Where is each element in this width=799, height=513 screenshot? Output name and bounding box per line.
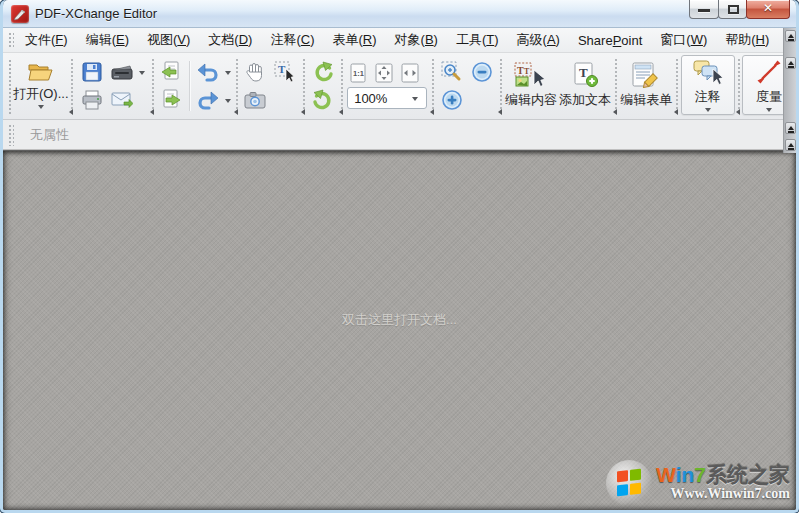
add-text-button[interactable]: T 添加文本: [558, 55, 612, 115]
edit-content-button[interactable]: TT 编辑内容: [504, 55, 558, 115]
menu-comments[interactable]: 注释(C): [261, 28, 323, 52]
zoom-level-combobox[interactable]: 100%: [347, 87, 427, 109]
zoom-tools-group: [437, 55, 497, 117]
chevron-down-icon: [38, 105, 44, 109]
toolbar-divider: [189, 61, 190, 111]
undo-icon: [197, 62, 219, 82]
zoom-out-button[interactable]: [467, 58, 497, 86]
scan-button[interactable]: [107, 58, 137, 86]
menu-label: ): [310, 32, 314, 47]
menu-label: 对象(: [395, 32, 425, 47]
previous-view-button[interactable]: [156, 58, 186, 86]
menu-edit[interactable]: 编辑(E): [77, 28, 138, 52]
toolbar-overflow-button[interactable]: [785, 122, 796, 134]
edit-content-icon: TT: [514, 62, 548, 88]
open-button[interactable]: 打开(O)...: [14, 55, 68, 115]
zoom-marquee-button[interactable]: [437, 58, 467, 86]
undo-dropdown-icon[interactable]: [225, 71, 231, 75]
menubar: 文件(F) 编辑(E) 视图(V) 文档(D) 注释(C) 表单(R) 对象(B…: [3, 28, 796, 53]
hand-tool-button[interactable]: [240, 58, 270, 86]
menu-label: 高级(: [517, 32, 547, 47]
open-document-hint[interactable]: 双击这里打开文档...: [342, 311, 457, 329]
svg-text:T: T: [524, 67, 530, 76]
menubar-overflow-button[interactable]: [785, 30, 796, 42]
menu-form[interactable]: 表单(R): [324, 28, 386, 52]
save-button[interactable]: [77, 58, 107, 86]
menu-label: ): [63, 32, 67, 47]
toolbar-overflow-button[interactable]: [785, 57, 796, 69]
fit-width-icon: [400, 63, 420, 83]
fit-page-icon: [374, 63, 394, 83]
propsbar-overflow-button[interactable]: [785, 139, 796, 151]
select-text-icon: T: [274, 61, 296, 83]
redo-dropdown-icon[interactable]: [225, 99, 231, 103]
menu-label: ): [494, 32, 498, 47]
snapshot-button[interactable]: [240, 86, 270, 114]
close-button[interactable]: ✕: [746, 0, 790, 19]
minimize-icon: [698, 9, 710, 12]
menu-accesskey: R: [363, 32, 372, 47]
properties-bar-grip[interactable]: [7, 123, 14, 146]
email-button[interactable]: [107, 86, 137, 114]
menu-label: 工具(: [456, 32, 486, 47]
menu-label: ): [434, 32, 438, 47]
toolbar: 打开(O)...: [3, 53, 796, 120]
menu-document[interactable]: 文档(D): [199, 28, 261, 52]
maximize-button[interactable]: [718, 0, 747, 19]
print-button[interactable]: [77, 86, 107, 114]
menu-label: Share: [578, 33, 613, 48]
menu-label: 表单(: [333, 32, 363, 47]
fit-width-button[interactable]: [397, 61, 423, 85]
toolbar-separator: [613, 57, 618, 115]
menu-label: 文件(: [25, 32, 55, 47]
zoom-in-button[interactable]: [437, 86, 467, 114]
menu-help[interactable]: 帮助(H): [716, 28, 778, 52]
menu-label: ): [248, 32, 252, 47]
select-text-button[interactable]: T: [270, 58, 300, 86]
document-canvas[interactable]: 双击这里打开文档... Win7系统之家 Www.Winwin7.com: [3, 150, 796, 510]
windows-logo-icon: [606, 460, 652, 506]
app-window: PDF-XChange Editor ✕ 文件(F) 编辑(E) 视图(V) 文…: [0, 0, 799, 513]
svg-text:T: T: [579, 65, 588, 80]
undo-redo-group: [193, 55, 233, 117]
actual-size-button[interactable]: 1:1: [345, 61, 371, 85]
zoom-marquee-icon: [441, 61, 463, 83]
save-icon: [82, 62, 102, 82]
menu-tools[interactable]: 工具(T): [447, 28, 508, 52]
email-icon: [111, 91, 133, 109]
rotate-cw-button[interactable]: [308, 86, 338, 114]
edit-form-label: 编辑表单: [620, 91, 672, 109]
rotate-cw-icon: [312, 89, 334, 111]
printer-icon: [81, 90, 103, 110]
minimize-button[interactable]: [689, 0, 719, 19]
properties-bar: 无属性: [3, 120, 796, 150]
menu-label: oint: [621, 33, 642, 48]
folder-open-icon: [28, 62, 54, 82]
fit-page-button[interactable]: [371, 61, 397, 85]
menu-window[interactable]: 窗口(W): [651, 28, 716, 52]
next-view-button[interactable]: [156, 86, 186, 114]
menu-object[interactable]: 对象(B): [386, 28, 447, 52]
edit-form-button[interactable]: 编辑表单: [619, 55, 673, 115]
menu-label: ): [556, 32, 560, 47]
menu-view[interactable]: 视图(V): [138, 28, 199, 52]
comment-button[interactable]: 注释: [681, 55, 735, 115]
toolbar-separator: [498, 57, 503, 115]
rotate-group: [308, 55, 338, 117]
redo-button[interactable]: [193, 86, 223, 114]
close-icon: ✕: [747, 1, 789, 15]
menu-file[interactable]: 文件(F): [16, 28, 77, 52]
comment-label: 注释: [695, 88, 721, 106]
menu-advanced[interactable]: 高级(A): [508, 28, 569, 52]
menu-label: 窗口(: [660, 32, 690, 47]
menu-label: 视图(: [147, 32, 177, 47]
undo-button[interactable]: [193, 58, 223, 86]
menu-accesskey: H: [756, 32, 765, 47]
scan-dropdown-icon[interactable]: [139, 71, 145, 75]
menu-label: ): [125, 32, 129, 47]
toolbar-grip[interactable]: [7, 58, 12, 114]
menu-sharepoint[interactable]: SharePoint: [569, 30, 651, 51]
rotate-ccw-button[interactable]: [308, 58, 338, 86]
menu-accesskey: B: [425, 32, 434, 47]
menubar-grip[interactable]: [7, 31, 14, 49]
